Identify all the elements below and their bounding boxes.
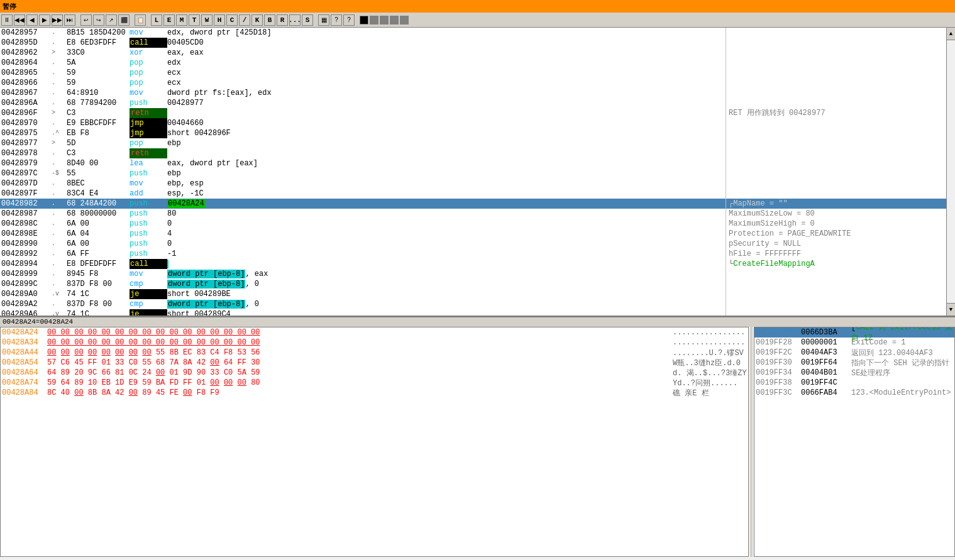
disasm-arrow: . [52, 189, 67, 199]
disasm-arg: ebp [167, 138, 181, 148]
disasm-row[interactable]: 0042896A .68 77894200push00428977 [0, 98, 726, 108]
disasm-row[interactable]: 00428999 .8945 F8movdword ptr [ebp-8], e… [0, 269, 726, 279]
tb-E[interactable]: E [163, 14, 175, 26]
disasm-row[interactable]: 00428987 .68 80000000push80 [0, 209, 726, 219]
tb-help2[interactable]: ? [343, 14, 355, 26]
comment-cell [726, 168, 946, 178]
stack-row[interactable]: 0019FF3400404B01SE处理程序 [754, 368, 954, 378]
disasm-arrow: . [52, 88, 67, 98]
tb-R[interactable]: R [277, 14, 288, 26]
tb-play[interactable]: ▶ [39, 14, 50, 26]
disasm-row[interactable]: 004289A2 .837D F8 00cmpdword ptr [ebp-8]… [0, 299, 726, 309]
disasm-arg: dword ptr [ebp-8], eax [167, 269, 268, 279]
hex-row[interactable]: 00428A4400 00 00 00 00 00 00 00 55 8B EC… [1, 348, 748, 358]
tb-H[interactable]: H [214, 14, 225, 26]
tb-box1[interactable] [360, 16, 368, 25]
tb-step-into[interactable]: ↩ [80, 14, 92, 26]
disasm-row[interactable]: 00428967 .64:8910movdword ptr fs:[eax], … [0, 88, 726, 98]
hex-row[interactable]: 00428A7459 64 89 10 EB 1D E9 59 BA FD FF… [1, 378, 748, 388]
hex-bytes: 00 00 00 00 00 00 00 00 00 00 00 00 00 0… [47, 328, 673, 337]
tb-T[interactable]: T [189, 14, 200, 26]
tb-end[interactable]: ⏭ [64, 14, 75, 26]
tb-K[interactable]: K [251, 14, 263, 26]
tb-M[interactable]: M [176, 14, 187, 26]
disasm-row[interactable]: 0042895D .E8 6ED3FDFFcall00405CD0 [0, 38, 726, 48]
disasm-mnem: mov [130, 269, 167, 279]
tb-pause[interactable]: ⏸ [1, 14, 13, 26]
stack-row[interactable]: 0019FF2C00404AF3返回到 123.00404AF3 [754, 348, 954, 358]
disasm-row[interactable]: 004289A0 .v74 1Cjeshort 004289BE [0, 289, 726, 299]
tb-rewind[interactable]: ◀◀ [14, 14, 25, 26]
disasm-row[interactable]: 0042898C .6A 00push0 [0, 219, 726, 229]
hex-addr: 00428A44 [2, 348, 47, 357]
tb-prev[interactable]: ◀ [26, 14, 38, 26]
tb-forward[interactable]: ▶▶ [52, 14, 63, 26]
tb-step-over[interactable]: ↪ [93, 14, 104, 26]
disasm-row[interactable]: 00428965 .59popecx [0, 68, 726, 78]
hex-row[interactable]: 00428A6464 89 20 9C 66 81 0C 24 00 01 9D… [1, 368, 748, 378]
disasm-row[interactable]: 0042899C .837D F8 00cmpdword ptr [ebp-8]… [0, 279, 726, 289]
tb-help1[interactable]: ? [331, 14, 342, 26]
tb-step-out[interactable]: ↗ [106, 14, 117, 26]
tb-dot[interactable]: ... [289, 14, 301, 26]
disasm-row[interactable]: 00428990 .6A 00push0 [0, 239, 726, 249]
tb-box4[interactable] [390, 16, 399, 25]
hex-ascii: d. 渴..$...?3缍ZY [673, 368, 748, 378]
disasm-row[interactable]: 00428977 >5Dpopebp [0, 138, 726, 148]
disasm-code[interactable]: 00428957 .8B15 185D4200movedx, dword ptr… [0, 28, 726, 316]
tb-box5[interactable] [400, 16, 409, 25]
tb-slash[interactable]: / [239, 14, 250, 26]
comment-cell [726, 48, 946, 58]
disasm-row[interactable]: 00428979 .8D40 00leaeax, dword ptr [eax] [0, 158, 726, 168]
hex-row[interactable]: 00428A848C 40 00 8B 8A 42 00 89 45 FE 00… [1, 388, 748, 398]
disasm-hex: 6A 04 [67, 229, 130, 239]
disasm-scrollbar[interactable]: ▲ ▼ [946, 28, 955, 316]
tb-L[interactable]: L [151, 14, 162, 26]
disasm-row[interactable]: 00428962 >33C0xoreax, eax [0, 48, 726, 58]
disasm-row[interactable]: 0042897D .8BECmovebp, esp [0, 178, 726, 189]
hex-row[interactable]: 00428A3400 00 00 00 00 00 00 00 00 00 00… [1, 338, 748, 348]
hex-bytes: 59 64 89 10 EB 1D E9 59 BA FD FF 01 00 0… [47, 378, 673, 387]
disasm-arrow: . [52, 279, 67, 289]
disasm-row[interactable]: 0042896F >C3retn [0, 108, 726, 118]
scroll-down-btn[interactable]: ▼ [947, 303, 955, 316]
disasm-hex: 68 80000000 [67, 209, 130, 219]
disasm-addr: 00428992 [1, 249, 52, 259]
tb-B[interactable]: B [264, 14, 275, 26]
disasm-row[interactable]: 00428975 .^EB F8jmpshort 0042896F [0, 128, 726, 138]
tb-S[interactable]: S [302, 14, 313, 26]
hex-row[interactable]: 00428A2400 00 00 00 00 00 00 00 00 00 00… [1, 327, 748, 338]
disasm-hex: 5A [67, 58, 130, 68]
stack-row[interactable]: 0019FF380019FF4C [754, 378, 954, 388]
disasm-row[interactable]: 00428970 .E9 EBBCFDFFjmp00404660 [0, 118, 726, 128]
hex-row[interactable]: 00428A5457 C6 45 FF 01 33 C0 55 68 7A 8A… [1, 358, 748, 368]
stack-row[interactable]: 0019FF3C0066FAB4123.<ModuleEntryPoint> [754, 388, 954, 398]
stack-row[interactable]: 0019FF240066D3BA[CALL 到 ExitProcess 未自 1… [754, 327, 954, 338]
disasm-row[interactable]: 0042897C-$55pushebp [0, 168, 726, 178]
title-bar: 暂停 [0, 0, 955, 13]
tb-grid[interactable]: ▦ [318, 14, 329, 26]
tb-C[interactable]: C [226, 14, 238, 26]
disasm-row[interactable]: 00428957 .8B15 185D4200movedx, dword ptr… [0, 28, 726, 38]
hex-bytes: 8C 40 00 8B 8A 42 00 89 45 FE 00 F8 F9 [47, 388, 673, 397]
disasm-row[interactable]: 00428992 .6A FFpush-1 [0, 249, 726, 259]
tb-run-to[interactable]: ⬛ [118, 14, 130, 26]
disasm-row[interactable]: 00428982 .68 248A4200push00428A24 [0, 199, 726, 209]
tb-box2[interactable] [370, 16, 378, 25]
comment-cell [726, 269, 946, 279]
tb-clip[interactable]: 📋 [135, 14, 146, 26]
scroll-up-btn[interactable]: ▲ [947, 28, 955, 40]
stack-panel[interactable]: 0019FF240066D3BA[CALL 到 ExitProcess 未自 1… [754, 327, 955, 557]
disasm-row[interactable]: 00428964 .5Apopedx [0, 58, 726, 68]
stack-addr: 0019FF28 [756, 338, 801, 347]
disasm-row[interactable]: 00428994 .E8 DFEDFDFFcall [0, 259, 726, 269]
tb-W[interactable]: W [201, 14, 213, 26]
disasm-row[interactable]: 00428966 .59popecx [0, 78, 726, 88]
stack-row[interactable]: 0019FF300019FF64指向下一个 SEH 记录的指针 [754, 358, 954, 368]
hex-panel[interactable]: 00428A2400 00 00 00 00 00 00 00 00 00 00… [0, 327, 749, 557]
tb-box3[interactable] [380, 16, 389, 25]
disasm-row[interactable]: 00428978 .C3retn [0, 148, 726, 158]
disasm-row[interactable]: 004289A6 .v74 1Cjeshort 004289C4 [0, 309, 726, 316]
disasm-row[interactable]: 0042898E .6A 04push4 [0, 229, 726, 239]
disasm-row[interactable]: 0042897F .83C4 E4addesp, -1C [0, 189, 726, 199]
